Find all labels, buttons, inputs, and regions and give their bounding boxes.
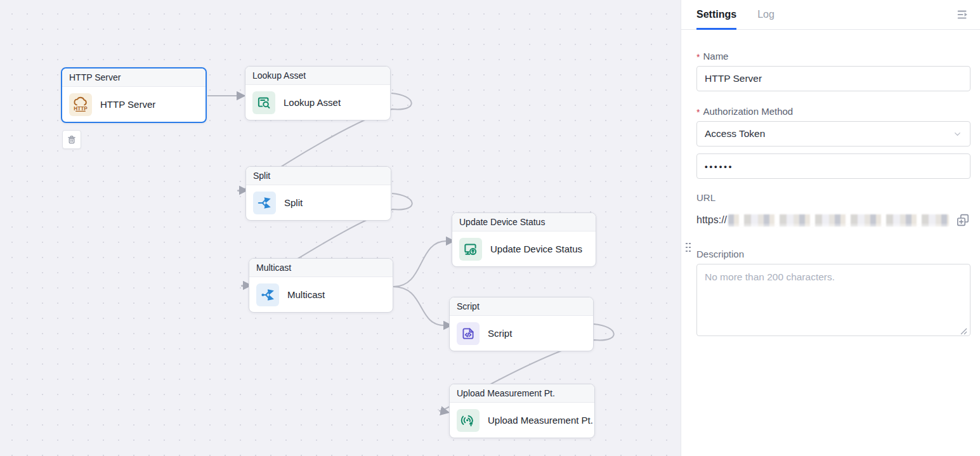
- node-script[interactable]: Script Script: [449, 297, 594, 351]
- node-lookup-asset[interactable]: Lookup Asset Lookup Asset: [245, 66, 391, 121]
- node-label: Split: [284, 197, 303, 208]
- node-split[interactable]: Split: [245, 166, 391, 221]
- url-prefix: https://: [696, 214, 727, 226]
- copy-url-button[interactable]: [955, 212, 970, 228]
- copy-icon: [955, 212, 970, 228]
- required-mark: *: [696, 51, 700, 62]
- trash-icon: [66, 134, 77, 145]
- flow-canvas[interactable]: HTTP Server HTTP HTTP Server: [0, 0, 681, 456]
- description-label: Description: [696, 249, 970, 259]
- node-title: Script: [450, 297, 593, 316]
- authorization-method-label: * Authorization Method: [696, 106, 970, 117]
- access-token-input[interactable]: [696, 153, 970, 179]
- node-title: Split: [246, 167, 391, 185]
- node-title: Update Device Status: [452, 213, 596, 231]
- node-upload-measurement-pt[interactable]: Upload Measurement Pt. Upload Measuremen…: [449, 384, 595, 438]
- settings-form: * Name * Authorization Method Access Tok…: [681, 30, 980, 339]
- name-input[interactable]: [696, 66, 970, 91]
- authorization-method-value: Access Token: [705, 128, 765, 140]
- node-title: HTTP Server: [62, 68, 206, 87]
- authorization-method-select[interactable]: Access Token: [696, 121, 970, 147]
- node-title: Multicast: [249, 259, 393, 277]
- chevron-down-icon: [953, 129, 962, 139]
- tab-settings[interactable]: Settings: [696, 0, 736, 29]
- url-row: https://: [696, 212, 970, 228]
- url-redacted-value: [728, 214, 949, 226]
- update-device-status-icon: [459, 238, 482, 261]
- node-update-device-status[interactable]: Update Device Status Update Device Statu…: [452, 212, 596, 267]
- tab-settings-label: Settings: [696, 9, 736, 20]
- collapse-panel-icon: [956, 8, 970, 22]
- node-multicast[interactable]: Multicast: [249, 258, 393, 313]
- multicast-icon: [256, 283, 279, 306]
- node-http-server[interactable]: HTTP Server HTTP HTTP Server: [61, 67, 207, 123]
- svg-text:HTTP: HTTP: [74, 105, 88, 111]
- panel-resize-handle[interactable]: [684, 241, 691, 252]
- delete-node-button[interactable]: [62, 130, 81, 149]
- http-server-icon: HTTP: [69, 93, 92, 116]
- collapse-panel-button[interactable]: [956, 8, 970, 22]
- url-label: URL: [696, 192, 970, 203]
- script-icon: [457, 322, 480, 345]
- node-label: Update Device Status: [490, 244, 582, 254]
- flow-editor-app: HTTP Server HTTP HTTP Server: [0, 0, 980, 456]
- name-field-label: * Name: [696, 51, 970, 62]
- split-icon: [253, 192, 276, 214]
- upload-measurement-pt-icon: [457, 409, 480, 432]
- tab-log-label: Log: [757, 9, 774, 20]
- node-label: Upload Measurement Pt.: [488, 415, 593, 426]
- description-textarea[interactable]: [696, 264, 970, 336]
- panel-tabbar: Settings Log: [681, 0, 980, 30]
- required-mark: *: [696, 106, 700, 117]
- node-label: Script: [488, 328, 512, 339]
- node-label: Lookup Asset: [284, 97, 341, 108]
- node-label: Multicast: [287, 289, 325, 300]
- node-label: HTTP Server: [100, 99, 155, 110]
- tab-log[interactable]: Log: [757, 0, 774, 29]
- node-title: Lookup Asset: [245, 67, 390, 85]
- lookup-asset-icon: [252, 91, 275, 114]
- settings-panel: Settings Log * Name *: [681, 0, 980, 456]
- node-title: Upload Measurement Pt.: [450, 384, 594, 403]
